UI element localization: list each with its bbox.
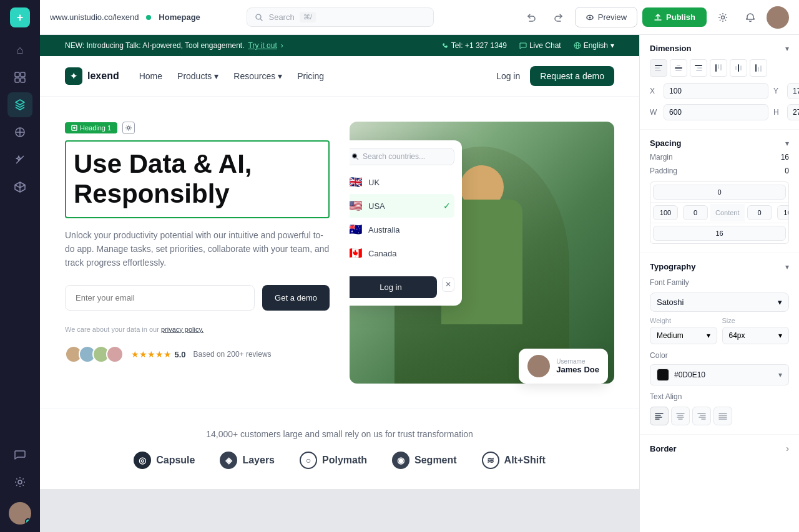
spacing-top-cell[interactable] <box>650 182 788 203</box>
x-input[interactable] <box>664 83 768 99</box>
sidebar-item-layout[interactable] <box>7 65 32 90</box>
heading-settings-icon[interactable] <box>122 122 135 134</box>
spacing-section: Spacing ▾ Margin 16 Padding 0 <box>640 130 799 253</box>
svg-rect-15 <box>655 65 662 66</box>
spacing-top-input[interactable] <box>653 185 786 200</box>
sidebar-item-magic[interactable] <box>7 147 32 172</box>
text-align-right[interactable] <box>692 407 711 425</box>
publish-button[interactable]: Publish <box>642 7 707 27</box>
country-login-button[interactable]: Log in <box>350 276 437 298</box>
spacing-inner-right-input[interactable] <box>747 205 772 220</box>
sidebar-item-settings[interactable] <box>7 470 32 495</box>
page-name: Homepage <box>159 12 200 22</box>
align-center-v-icon[interactable] <box>670 59 687 77</box>
sidebar-logo[interactable]: + <box>10 7 30 27</box>
search-bar[interactable]: Search ⌘/ <box>247 7 434 27</box>
country-usa[interactable]: 🇺🇸 USA ✓ <box>350 194 454 218</box>
border-expand-icon: › <box>786 443 789 453</box>
margin-label: Margin <box>650 153 673 162</box>
country-search-box[interactable]: Search countries... <box>350 148 454 165</box>
close-country-button[interactable]: ✕ <box>442 277 454 292</box>
nav-resources[interactable]: Resources ▾ <box>233 71 282 81</box>
font-family-group: Font Family Satoshi ▾ <box>650 276 789 312</box>
weight-select[interactable]: Medium ▾ <box>650 327 717 344</box>
nav-pricing[interactable]: Pricing <box>297 71 324 81</box>
redo-button[interactable] <box>547 6 570 29</box>
align-top-icon[interactable] <box>710 59 727 77</box>
h-input[interactable] <box>787 104 799 120</box>
check-selected-icon: ✓ <box>443 201 451 211</box>
sidebar-item-chat[interactable] <box>7 442 32 467</box>
altshift-icon: ≋ <box>482 452 499 469</box>
username-info: Username James Doe <box>556 358 599 374</box>
text-align-justify[interactable] <box>713 407 732 425</box>
announcement-text: NEW: Introducing Talk: AI-powered, Tool … <box>65 41 245 50</box>
w-input[interactable] <box>664 104 768 120</box>
get-demo-button[interactable]: Get a demo <box>262 285 330 311</box>
spacing-bottom-cell[interactable] <box>650 223 788 243</box>
country-canada[interactable]: 🇨🇦 Canada <box>350 241 454 265</box>
country-search-placeholder: Search countries... <box>363 152 425 161</box>
hero-cta: Get a demo <box>65 285 330 311</box>
spacing-left-input[interactable] <box>653 205 678 220</box>
nav-products[interactable]: Products ▾ <box>177 71 218 81</box>
site-nav: ✦ lexend Home Products ▾ Resources ▾ <box>40 56 639 97</box>
preview-button[interactable]: Preview <box>575 7 637 27</box>
phone-icon <box>441 42 449 49</box>
align-right-icon[interactable] <box>690 59 707 77</box>
font-family-select[interactable]: Satoshi ▾ <box>650 293 789 312</box>
brand-logos-row: ◎ Capsule ◈ Layers ○ Polymath ◉ <box>65 452 614 469</box>
announcement-link[interactable]: Try it out <box>248 41 277 50</box>
country-australia[interactable]: 🇦🇺 Australia <box>350 218 454 241</box>
sidebar-bottom <box>7 442 32 525</box>
login-button[interactable]: Log in <box>496 71 520 81</box>
spacing-right-input[interactable] <box>777 205 789 220</box>
sidebar-item-color[interactable] <box>7 120 32 145</box>
y-input[interactable] <box>787 83 799 99</box>
color-group: Color #0D0E10 ▾ <box>650 349 789 385</box>
spacing-bottom-input[interactable] <box>653 226 786 241</box>
align-bottom-icon[interactable] <box>750 59 767 77</box>
email-input[interactable] <box>65 285 255 311</box>
text-align-left[interactable] <box>650 407 669 425</box>
canvas[interactable]: NEW: Introducing Talk: AI-powered, Tool … <box>40 35 639 532</box>
brand-altshift: ≋ Alt+Shift <box>482 452 546 469</box>
size-select[interactable]: 64px ▾ <box>722 327 790 344</box>
margin-row: Margin 16 <box>650 153 789 162</box>
align-left-icon[interactable] <box>650 59 667 77</box>
sidebar-item-layers[interactable] <box>7 92 32 117</box>
spacing-inner-left-input[interactable] <box>683 205 708 220</box>
polymath-icon: ○ <box>300 452 317 469</box>
border-header[interactable]: Border › <box>650 443 789 453</box>
spacing-header[interactable]: Spacing ▾ <box>650 138 789 148</box>
reviews: ★★★★★ 5.0 Based on 200+ reviews <box>65 346 330 363</box>
demo-button[interactable]: Request a demo <box>530 66 614 86</box>
brand-segment: ◉ Segment <box>392 452 457 469</box>
notifications-button[interactable] <box>739 6 762 29</box>
search-icon <box>255 13 263 22</box>
sidebar-item-home[interactable]: ⌂ <box>7 37 32 62</box>
typography-header[interactable]: Typography ▾ <box>650 262 789 271</box>
logo-text: lexend <box>87 70 119 82</box>
padding-label: Padding <box>650 167 677 175</box>
color-selector[interactable]: #0D0E10 ▾ <box>650 364 789 385</box>
user-avatar[interactable] <box>9 502 31 525</box>
flag-usa: 🇺🇸 <box>350 199 362 213</box>
country-uk[interactable]: 🇬🇧 UK <box>350 170 454 194</box>
settings-button[interactable] <box>712 6 734 29</box>
align-middle-icon[interactable] <box>730 59 747 77</box>
content-label: Content <box>710 204 745 221</box>
undo-button[interactable] <box>520 6 542 29</box>
svg-rect-23 <box>696 70 702 71</box>
content-area: NEW: Introducing Talk: AI-powered, Tool … <box>40 35 799 532</box>
nav-home[interactable]: Home <box>139 71 162 81</box>
privacy-link[interactable]: privacy policy. <box>161 326 203 333</box>
text-align-buttons <box>650 407 789 425</box>
topbar-user-avatar[interactable] <box>767 6 789 29</box>
dimension-header[interactable]: Dimension ▾ <box>650 44 789 53</box>
text-align-center[interactable] <box>671 407 690 425</box>
hero-heading-box[interactable]: Use Data & AI, Responsibly <box>65 140 330 218</box>
sidebar-item-cube[interactable] <box>7 175 32 200</box>
svg-point-13 <box>127 127 130 129</box>
nav-links: Home Products ▾ Resources ▾ Pricing <box>139 71 324 81</box>
